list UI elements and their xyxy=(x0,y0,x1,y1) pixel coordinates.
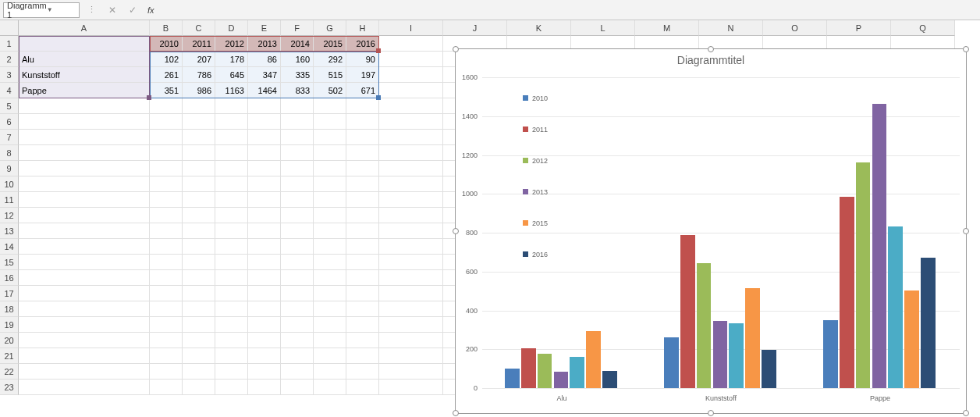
row-head-7[interactable]: 7 xyxy=(0,130,19,145)
cell-E3[interactable]: 347 xyxy=(248,67,281,83)
confirm-button[interactable]: ✓ xyxy=(129,5,137,16)
cell-F23[interactable] xyxy=(281,380,314,395)
cell-F15[interactable] xyxy=(281,255,314,270)
cell-D7[interactable] xyxy=(215,130,248,145)
cell-I11[interactable] xyxy=(379,192,443,208)
cell-E8[interactable] xyxy=(248,145,281,161)
bar[interactable] xyxy=(745,288,760,388)
cell-E6[interactable] xyxy=(248,114,281,130)
cell-H10[interactable] xyxy=(346,176,379,192)
cell-C11[interactable] xyxy=(183,192,215,208)
row-head-23[interactable]: 23 xyxy=(0,380,19,395)
cell-E18[interactable] xyxy=(248,301,281,317)
cell-H8[interactable] xyxy=(346,145,379,161)
cell-G17[interactable] xyxy=(314,286,346,301)
bar[interactable] xyxy=(538,354,552,388)
cell-H7[interactable] xyxy=(346,130,379,145)
row-head-1[interactable]: 1 xyxy=(0,36,19,52)
cell-B15[interactable] xyxy=(150,255,183,270)
row-head-6[interactable]: 6 xyxy=(0,114,19,130)
bar[interactable] xyxy=(554,372,569,388)
cell-A21[interactable] xyxy=(19,348,150,364)
cell-H21[interactable] xyxy=(346,348,379,364)
cell-H15[interactable] xyxy=(346,255,379,270)
col-head-J[interactable]: J xyxy=(443,20,507,36)
cell-E11[interactable] xyxy=(248,192,281,208)
cell-B18[interactable] xyxy=(150,301,183,317)
cell-G9[interactable] xyxy=(314,161,346,176)
cell-I23[interactable] xyxy=(379,380,443,395)
cell-I16[interactable] xyxy=(379,270,443,286)
cell-C15[interactable] xyxy=(183,255,215,270)
cell-F6[interactable] xyxy=(281,114,314,130)
cell-H6[interactable] xyxy=(346,114,379,130)
cell-G15[interactable] xyxy=(314,255,346,270)
cell-H17[interactable] xyxy=(346,286,379,301)
col-head-I[interactable]: I xyxy=(379,20,443,36)
cell-G21[interactable] xyxy=(314,348,346,364)
cell-H22[interactable] xyxy=(346,364,379,380)
legend-item[interactable]: 2016 xyxy=(523,251,548,282)
cell-H19[interactable] xyxy=(346,317,379,333)
cell-E23[interactable] xyxy=(248,380,281,395)
cell-F22[interactable] xyxy=(281,364,314,380)
legend-item[interactable]: 2011 xyxy=(523,126,548,157)
cell-C2[interactable]: 207 xyxy=(183,52,215,67)
cell-I14[interactable] xyxy=(379,239,443,255)
fx-label[interactable]: fx xyxy=(147,5,154,15)
bar[interactable] xyxy=(904,290,919,388)
cell-G23[interactable] xyxy=(314,380,346,395)
cell-E20[interactable] xyxy=(248,333,281,348)
cell-I1[interactable] xyxy=(379,36,443,52)
cell-A9[interactable] xyxy=(19,161,150,176)
cell-I22[interactable] xyxy=(379,364,443,380)
cell-A5[interactable] xyxy=(19,98,150,114)
cell-B11[interactable] xyxy=(150,192,183,208)
cell-B1[interactable]: 2010 xyxy=(150,36,183,52)
legend[interactable]: 201020112012201320152016 xyxy=(523,94,548,282)
cell-D20[interactable] xyxy=(215,333,248,348)
cell-F4[interactable]: 833 xyxy=(281,83,314,98)
cell-H2[interactable]: 90 xyxy=(346,52,379,67)
cell-D12[interactable] xyxy=(215,208,248,223)
cell-I19[interactable] xyxy=(379,317,443,333)
cell-D8[interactable] xyxy=(215,145,248,161)
bar[interactable] xyxy=(856,162,871,388)
row-head-3[interactable]: 3 xyxy=(0,67,19,83)
cell-B16[interactable] xyxy=(150,270,183,286)
cell-F12[interactable] xyxy=(281,208,314,223)
cell-A18[interactable] xyxy=(19,301,150,317)
cell-D4[interactable]: 1163 xyxy=(215,83,248,98)
row-head-2[interactable]: 2 xyxy=(0,52,19,67)
cell-C17[interactable] xyxy=(183,286,215,301)
bar[interactable] xyxy=(840,197,854,388)
cell-G19[interactable] xyxy=(314,317,346,333)
col-head-D[interactable]: D xyxy=(215,20,248,36)
cell-D18[interactable] xyxy=(215,301,248,317)
cell-B20[interactable] xyxy=(150,333,183,348)
cell-A16[interactable] xyxy=(19,270,150,286)
cell-G2[interactable]: 292 xyxy=(314,52,346,67)
cell-E5[interactable] xyxy=(248,98,281,114)
chart-title[interactable]: Diagrammtitel xyxy=(456,54,966,66)
cell-F17[interactable] xyxy=(281,286,314,301)
col-head-L[interactable]: L xyxy=(571,20,635,36)
cell-D2[interactable]: 178 xyxy=(215,52,248,67)
cell-C1[interactable]: 2011 xyxy=(183,36,215,52)
resize-handle[interactable] xyxy=(453,228,459,234)
cell-F10[interactable] xyxy=(281,176,314,192)
bar[interactable] xyxy=(713,321,728,388)
cell-C3[interactable]: 786 xyxy=(183,67,215,83)
cell-D10[interactable] xyxy=(215,176,248,192)
cell-A2[interactable]: Alu xyxy=(19,52,150,67)
cell-C21[interactable] xyxy=(183,348,215,364)
bar[interactable] xyxy=(570,357,584,388)
cell-E21[interactable] xyxy=(248,348,281,364)
cell-A13[interactable] xyxy=(19,223,150,239)
name-box-dropdown-icon[interactable]: ▼ xyxy=(47,6,76,13)
cell-A4[interactable]: Pappe xyxy=(19,83,150,98)
legend-item[interactable]: 2010 xyxy=(523,94,548,126)
cell-D9[interactable] xyxy=(215,161,248,176)
row-head-19[interactable]: 19 xyxy=(0,317,19,333)
cell-B17[interactable] xyxy=(150,286,183,301)
